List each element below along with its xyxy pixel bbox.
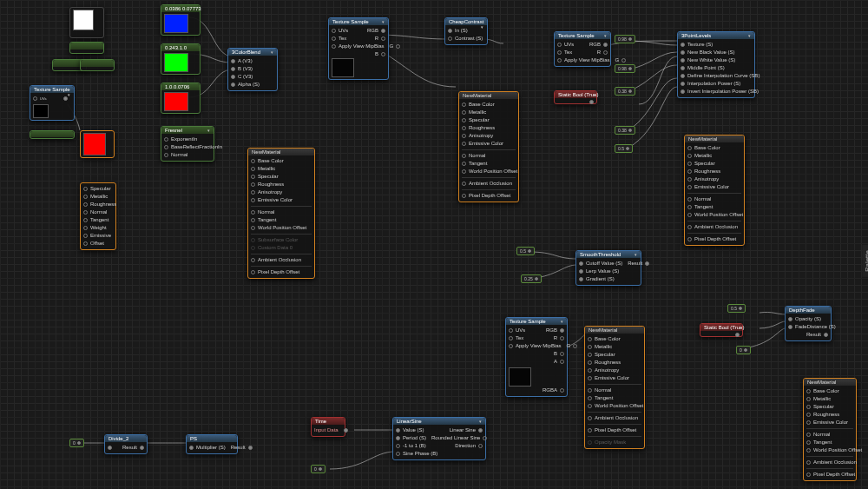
scalar-b[interactable]: 0.98 xyxy=(615,64,635,73)
comment-strip[interactable] xyxy=(30,130,75,139)
node-header: Divide_2 xyxy=(105,435,147,442)
const-header: 1.0.0.0706 xyxy=(161,83,200,90)
time-node[interactable]: Time Input Data xyxy=(311,417,345,437)
node-header: LinearSine▾ xyxy=(393,418,485,425)
node-header: NewMaterial xyxy=(585,327,644,334)
param-node-a[interactable] xyxy=(69,42,104,54)
const-color-red2[interactable] xyxy=(80,130,115,158)
param-node-c[interactable] xyxy=(80,59,115,71)
scalar-d[interactable]: 0.38 xyxy=(615,126,635,135)
texture-sample-node-small[interactable]: Texture Sample▾ UVs xyxy=(30,85,75,121)
node-header: NewMaterial xyxy=(248,149,314,155)
smooth-threshold-node[interactable]: SmoothThreshold▾ Cutoff Value (S)Result … xyxy=(575,250,641,286)
palette-tab[interactable]: Palette xyxy=(863,245,869,277)
scalar-r2[interactable]: 0 xyxy=(736,346,751,354)
param-list-row: Offset xyxy=(83,240,113,248)
param-list-row: Normal xyxy=(83,208,113,216)
color-blend-node[interactable]: 3ColorBlend▾ A (V3) B (V3) C (V3) Alpha … xyxy=(227,48,278,91)
new-material-node-1[interactable]: NewMaterial Base Color Metallic Specular… xyxy=(247,148,315,279)
scalar-a[interactable]: 0.98 xyxy=(615,35,635,43)
divide-node[interactable]: Divide_2 Result xyxy=(104,434,148,454)
param-list-row: Tangent xyxy=(83,216,113,224)
texture-preview-white[interactable] xyxy=(69,7,104,38)
node-header: PS xyxy=(187,435,237,442)
const-header: 0.243.1.0 xyxy=(161,44,200,51)
scalar-e[interactable]: 0.5 xyxy=(615,144,633,153)
const-header: 0.0386 0.07773 xyxy=(161,5,200,12)
scalar-c[interactable]: 0.38 xyxy=(615,87,635,96)
texture-sample-node-3[interactable]: Texture Sample▾ UVsRGB TexR Apply View M… xyxy=(505,317,568,397)
new-material-node-5[interactable]: NewMaterial Base Color Metallic Specular… xyxy=(803,378,857,481)
new-material-node-3[interactable]: NewMaterial Base Color Metallic Specular… xyxy=(684,135,745,246)
param-list-row: Specular xyxy=(83,185,113,193)
static-bool-node-2[interactable]: Static Bool (True) xyxy=(700,323,743,337)
node-header: Texture Sample▾ xyxy=(329,18,388,25)
const-color-blue[interactable]: 0.0386 0.07773 xyxy=(161,4,201,36)
scalar-g[interactable]: 0.25 xyxy=(521,274,542,283)
depth-fade-node[interactable]: DepthFade Opacity (S) FadeDistance (S) R… xyxy=(785,306,832,341)
cheap-contrast-node[interactable]: CheapContrast▾ In (S) Contrast (S) xyxy=(444,17,488,45)
node-header: Fresnel▾ xyxy=(161,127,214,134)
new-material-node-2[interactable]: NewMaterial Base Color Metallic Specular… xyxy=(458,91,519,202)
fresnel-node[interactable]: Fresnel▾ ExponentIn BaseReflectFractionI… xyxy=(161,126,214,162)
ps-node[interactable]: PS Multiplier (S)Result xyxy=(186,434,238,454)
node-header: 3PointLevels▾ xyxy=(678,32,754,39)
param-list-row: Emissive xyxy=(83,232,113,240)
node-header: Static Bool (True) xyxy=(555,91,596,98)
node-header: CheapContrast▾ xyxy=(445,18,487,25)
scalar-f[interactable]: 0.5 xyxy=(516,247,535,255)
param-list-row: Roughness xyxy=(83,201,113,208)
node-header: Static Bool (True) xyxy=(700,324,742,331)
node-header: Time xyxy=(312,418,345,425)
levels-node[interactable]: 3PointLevels▾ Texture (S) New Black Valu… xyxy=(677,31,755,98)
node-header: DepthFade xyxy=(786,307,831,314)
param-list-node[interactable]: SpecularMetallicRoughnessNormalTangentWe… xyxy=(80,182,116,250)
static-bool-node[interactable]: Static Bool (True) xyxy=(554,90,597,104)
node-header: Texture Sample▾ xyxy=(30,86,74,93)
node-header: NewMaterial xyxy=(459,92,518,99)
texture-sample-node-1[interactable]: Texture Sample▾ UVsRGB TexR Apply View M… xyxy=(328,17,389,80)
node-header: NewMaterial xyxy=(804,379,856,386)
scalar-i[interactable]: 0 xyxy=(311,465,326,473)
node-header: SmoothThreshold▾ xyxy=(576,251,641,258)
param-list-row: Metallic xyxy=(83,193,113,201)
const-color-green[interactable]: 0.243.1.0 xyxy=(161,43,201,75)
linear-sine-node[interactable]: LinearSine▾ Value (S)Linear Sine Period … xyxy=(392,417,486,460)
new-material-node-4[interactable]: NewMaterial Base Color Metallic Specular… xyxy=(584,326,645,449)
const-color-red[interactable]: 1.0.0.0706 xyxy=(161,83,201,114)
scalar-h[interactable]: 0 xyxy=(69,439,84,447)
scalar-r1[interactable]: 0.5 xyxy=(727,304,746,313)
texture-sample-node-2[interactable]: Texture Sample▾ UVsRGB TexR Apply View M… xyxy=(554,31,611,67)
param-list-row: Weight xyxy=(83,224,113,232)
node-header: Texture Sample▾ xyxy=(555,32,610,39)
node-header: Texture Sample▾ xyxy=(506,318,567,325)
node-header: NewMaterial xyxy=(685,135,744,142)
node-header: 3ColorBlend▾ xyxy=(228,49,277,56)
